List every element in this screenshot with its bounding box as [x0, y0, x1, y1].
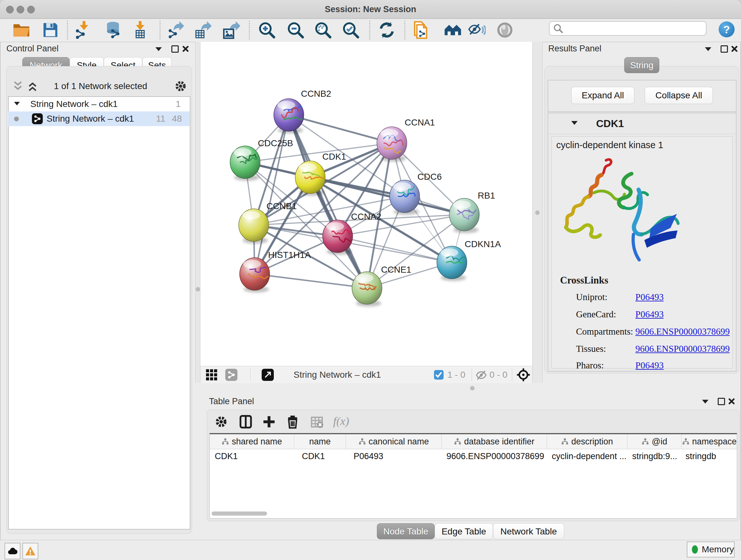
network-row-selected[interactable]: String Network – cdk1 11 48 — [8, 111, 190, 126]
network-node-cdc25b[interactable] — [230, 146, 260, 181]
splitter-handle[interactable] — [535, 210, 540, 215]
cell-canonical-name[interactable]: P06493 — [346, 449, 442, 463]
open-session-button[interactable] — [13, 20, 30, 40]
cell-description[interactable]: cyclin-dependent ... — [547, 449, 627, 463]
export-image-button[interactable] — [223, 20, 241, 40]
close-panel-icon[interactable] — [728, 398, 735, 405]
network-node-ccnb1[interactable] — [239, 209, 269, 244]
add-column-icon[interactable] — [262, 415, 276, 428]
network-node-cdkn1a[interactable] — [437, 246, 467, 281]
copy-documents-icon — [414, 22, 426, 38]
column-header[interactable]: @id — [627, 434, 682, 449]
selected-node-edge-counts: 1 - 0 — [448, 370, 465, 380]
network-collection-row[interactable]: String Network – cdk1 1 — [8, 97, 190, 111]
section-expander-icon[interactable] — [571, 121, 578, 128]
gear-icon[interactable] — [174, 80, 187, 92]
show-graphics-details-button[interactable] — [496, 20, 514, 40]
export-network-button[interactable] — [167, 20, 185, 40]
zoom-out-button[interactable] — [287, 20, 304, 40]
collapse-all-tree-icon[interactable] — [27, 80, 38, 92]
network-overview-button[interactable] — [225, 369, 238, 381]
collapse-all-button[interactable]: Collapse All — [645, 87, 713, 104]
collapse-panel-icon[interactable] — [705, 47, 711, 54]
network-node-ccnb2[interactable] — [274, 99, 304, 133]
select-columns-icon[interactable] — [239, 415, 253, 429]
expand-all-button[interactable]: Expand All — [571, 87, 634, 104]
crosslink-tissues[interactable]: 9606.ENSP00000378699 — [635, 344, 730, 354]
zoom-fit-button[interactable] — [314, 20, 332, 40]
network-view-title: String Network – cdk1 — [293, 370, 381, 380]
search-input[interactable] — [563, 23, 706, 34]
collapse-panel-icon[interactable] — [155, 47, 162, 54]
crosslink-compartments[interactable]: 9606.ENSP00000378699 — [635, 326, 730, 337]
help-button[interactable]: ? — [719, 21, 735, 37]
import-table-button[interactable] — [131, 20, 149, 40]
export-table-button[interactable] — [194, 20, 212, 40]
splitter-handle[interactable] — [196, 287, 200, 292]
right-splitter[interactable] — [532, 42, 542, 383]
selected-checkbox-icon[interactable] — [434, 370, 444, 380]
tab-network-table[interactable]: Network Table — [493, 523, 564, 539]
close-panel-icon[interactable] — [731, 45, 738, 52]
node-label: CDC25B — [258, 138, 293, 148]
cell-shared-name[interactable]: CDK1 — [210, 449, 294, 463]
network-node-ccna2[interactable] — [323, 220, 353, 255]
column-header[interactable]: database identifier — [442, 434, 547, 449]
column-header[interactable]: description — [547, 434, 627, 449]
network-node-hist1h1a[interactable] — [240, 258, 270, 293]
network-node-ccna1[interactable] — [377, 127, 407, 162]
zoom-in-button[interactable] — [258, 20, 275, 40]
horizontal-splitter-handle[interactable] — [470, 386, 475, 390]
cell-id[interactable]: stringdb:9... — [627, 449, 682, 463]
crosslink-pharos[interactable]: P06493 — [635, 360, 664, 371]
crosslink-genecard[interactable]: P06493 — [635, 309, 664, 320]
gear-icon[interactable] — [214, 415, 228, 428]
close-panel-icon[interactable] — [182, 45, 189, 52]
tab-node-table[interactable]: Node Table — [377, 523, 434, 539]
save-session-button[interactable] — [42, 20, 59, 40]
left-splitter[interactable] — [195, 42, 200, 383]
results-panel-title: Results Panel — [548, 44, 602, 54]
cell-namespace[interactable]: stringdb — [682, 449, 737, 463]
tab-string[interactable]: String — [624, 57, 659, 73]
network-node-cdc6[interactable] — [390, 180, 420, 215]
collapse-panel-icon[interactable] — [702, 400, 709, 407]
zoom-selected-button[interactable] — [342, 20, 359, 40]
network-node-cdk1[interactable] — [295, 161, 325, 196]
memory-button[interactable]: Memory — [687, 542, 735, 557]
network-graph[interactable]: CCNB2CCNA1CDC25BCDK1CDC6RB1CCNB1CCNA2CDK… — [200, 42, 532, 366]
first-neighbors-button[interactable] — [444, 20, 462, 40]
birds-eye-view-button[interactable] — [205, 369, 218, 382]
node-table: shared name name canonical name database… — [209, 433, 737, 518]
delete-column-icon[interactable] — [286, 415, 299, 429]
hide-unhide-button[interactable] — [468, 20, 486, 40]
float-panel-icon[interactable] — [721, 45, 728, 53]
import-network-button[interactable] — [75, 20, 92, 40]
horizontal-scrollbar-thumb[interactable] — [212, 511, 267, 516]
expand-all-tree-icon[interactable] — [12, 80, 23, 92]
cell-database-identifier[interactable]: 9606.ENSP00000378699 — [442, 449, 547, 463]
warnings-button[interactable] — [22, 543, 38, 559]
open-in-new-window-button[interactable] — [262, 369, 274, 381]
column-header[interactable]: shared name — [210, 434, 294, 449]
network-node-ccne1[interactable] — [352, 272, 382, 307]
column-header[interactable]: name — [294, 434, 346, 449]
column-header[interactable]: canonical name — [346, 434, 442, 449]
float-panel-icon[interactable] — [172, 45, 179, 53]
apply-layout-button[interactable] — [378, 20, 395, 40]
tab-edge-table[interactable]: Edge Table — [434, 523, 493, 539]
column-header[interactable]: namespace — [682, 434, 737, 449]
import-network-from-database-button[interactable] — [104, 20, 122, 40]
network-canvas[interactable]: CCNB2CCNA1CDC25BCDK1CDC6RB1CCNB1CCNA2CDK… — [200, 42, 532, 366]
network-node-rb1[interactable] — [449, 198, 479, 233]
table-row[interactable]: CDK1 CDK1 P06493 9606.ENSP00000378699 cy… — [210, 449, 737, 463]
fit-selection-button[interactable] — [516, 368, 530, 383]
tree-expander-icon[interactable] — [14, 102, 20, 108]
automation-status-button[interactable] — [4, 543, 20, 559]
toolbar-separator — [67, 21, 68, 39]
protein-section-header[interactable]: CDK1 — [548, 113, 736, 134]
clone-network-button[interactable] — [412, 20, 429, 40]
cell-name[interactable]: CDK1 — [294, 449, 346, 463]
float-panel-icon[interactable] — [718, 398, 725, 405]
crosslink-uniprot[interactable]: P06493 — [635, 292, 664, 302]
